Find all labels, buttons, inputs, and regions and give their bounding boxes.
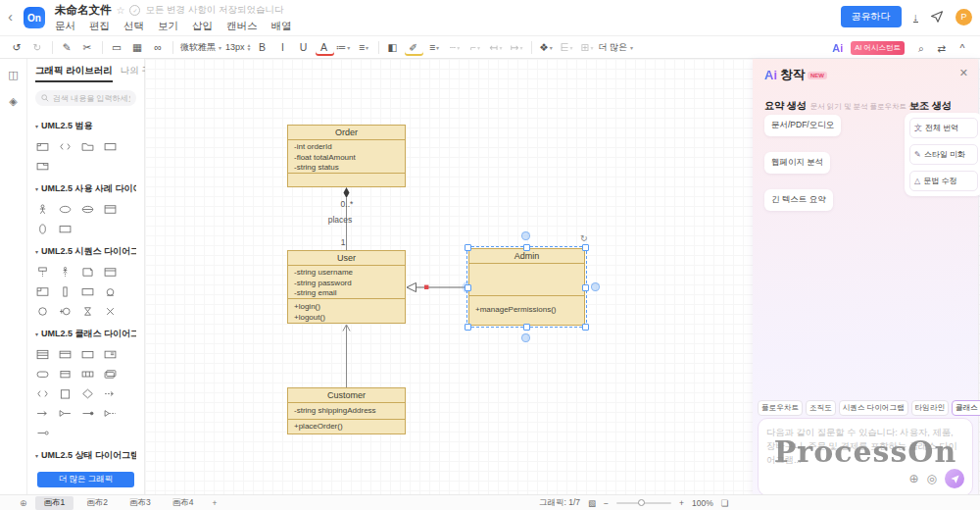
- plain-circle[interactable]: [35, 305, 50, 318]
- angle-brackets[interactable]: [35, 387, 50, 400]
- close-icon[interactable]: ✕: [959, 67, 968, 79]
- shape-search-input[interactable]: 검색 내용을 입력하세요: [35, 90, 136, 106]
- distribute-icon[interactable]: ⋿▾: [558, 39, 576, 56]
- fill-color-icon[interactable]: ◧: [384, 39, 403, 56]
- minimap-icon[interactable]: ▧: [588, 498, 596, 508]
- angle-brackets[interactable]: [58, 140, 73, 153]
- resize-handle[interactable]: [465, 284, 471, 291]
- canvas-sheet-tab[interactable]: 画布1: [35, 496, 74, 510]
- attach-plus-icon[interactable]: ⊕: [908, 473, 918, 484]
- class-order[interactable]: Order -int orderId-float totalAmount-str…: [287, 125, 406, 187]
- format-painter-icon[interactable]: ✎: [58, 39, 76, 56]
- diagram-type-chip[interactable]: 플로우차트: [758, 400, 803, 416]
- settings-panel-icon[interactable]: ◈: [9, 95, 17, 108]
- class-admin[interactable]: Admin +managePermissions(): [468, 248, 585, 326]
- ai-prompt-input[interactable]: 다음과 같이 질문할 수 있습니다: 사용자, 제품, 장바구니, 주문 및 결…: [758, 418, 973, 496]
- connector-style-icon[interactable]: ⌐▾: [466, 39, 485, 56]
- rectangle[interactable]: [80, 348, 95, 361]
- diagram-type-chip[interactable]: 조직도: [806, 400, 836, 416]
- object-stack[interactable]: [103, 368, 118, 381]
- solid-arrow[interactable]: [35, 407, 50, 420]
- class-user[interactable]: User -string username-string password-st…: [287, 250, 406, 324]
- connection-point[interactable]: [521, 231, 530, 240]
- menu-item[interactable]: 보기: [158, 20, 178, 33]
- tab-rectangle[interactable]: [35, 160, 50, 173]
- send-button[interactable]: [945, 469, 964, 488]
- zoom-slider[interactable]: [616, 502, 671, 504]
- tall-ellipse[interactable]: [35, 223, 50, 235]
- divided-ellipse[interactable]: [80, 203, 95, 216]
- folder-shape[interactable]: [80, 140, 95, 153]
- menu-item[interactable]: 편집: [89, 20, 110, 33]
- line-width-icon[interactable]: ≡▾: [425, 39, 444, 56]
- find-replace-icon[interactable]: ⌕: [912, 40, 931, 57]
- send-share-icon[interactable]: [930, 10, 944, 24]
- resize-handle[interactable]: [523, 244, 530, 251]
- object-lifeline[interactable]: [35, 266, 50, 279]
- uml-package[interactable]: [35, 140, 50, 153]
- font-family-select[interactable]: 微软雅黑▾: [180, 41, 221, 54]
- layout-icon[interactable]: ⊞▾: [578, 39, 597, 56]
- square-shape[interactable]: [58, 387, 73, 400]
- use-case-ellipse[interactable]: [58, 203, 73, 216]
- line-spacing-icon[interactable]: ≔▾: [334, 39, 353, 56]
- connection-point[interactable]: [521, 333, 530, 342]
- link-icon[interactable]: ∞: [149, 39, 168, 56]
- rounded-rectangle[interactable]: [35, 368, 50, 381]
- summary-action-button[interactable]: 문서/PDF/오디오: [764, 115, 841, 136]
- processon-logo[interactable]: On: [24, 7, 45, 28]
- small-class-shape[interactable]: [58, 368, 73, 381]
- open-arrow[interactable]: [58, 407, 73, 420]
- grammar-fix-button[interactable]: △문법 수정: [909, 171, 978, 191]
- cut-icon[interactable]: ✂: [78, 39, 97, 56]
- section-title[interactable]: ▾UML2.5 시퀀스 다이어그램: [35, 245, 136, 258]
- section-title[interactable]: ▾UML2.5 클래스 다이어그램: [35, 328, 136, 340]
- theme-icon[interactable]: ❖▾: [537, 39, 556, 56]
- note-shape[interactable]: [80, 266, 95, 279]
- fullscreen-icon[interactable]: ❏: [721, 498, 729, 508]
- dependency-arrow[interactable]: [103, 407, 118, 420]
- collapse-toolbar-icon[interactable]: ^: [954, 40, 972, 57]
- library-tab[interactable]: 그래픽 라이브러리: [35, 65, 113, 82]
- actor[interactable]: [35, 203, 50, 216]
- diamond-shape[interactable]: [80, 387, 95, 400]
- boundary-circle[interactable]: [58, 305, 73, 318]
- diagram-type-chip[interactable]: 시퀀스 다이어그램: [839, 400, 908, 416]
- favorite-star-icon[interactable]: ☆: [117, 5, 125, 16]
- menu-item[interactable]: 문서: [55, 20, 75, 33]
- download-icon[interactable]: ↓: [913, 12, 919, 23]
- zoom-out-button[interactable]: −: [604, 498, 609, 508]
- summary-action-button[interactable]: 긴 텍스트 요약: [764, 189, 833, 211]
- bold-icon[interactable]: B: [254, 39, 272, 56]
- swap-icon[interactable]: ⇄: [933, 40, 952, 57]
- system-boundary[interactable]: [103, 266, 118, 279]
- dashed-arrow[interactable]: [103, 387, 118, 400]
- add-sheet-button[interactable]: +: [212, 498, 217, 508]
- translate-button[interactable]: 文전체 번역: [909, 118, 978, 138]
- section-title[interactable]: ▾UML2.5 범용: [35, 120, 136, 132]
- highlight-icon[interactable]: ✐: [405, 39, 423, 56]
- back-icon[interactable]: ‹: [8, 8, 13, 25]
- library-panel-icon[interactable]: ◫: [8, 69, 18, 81]
- system-boundary[interactable]: [103, 203, 118, 216]
- section-title[interactable]: ▾UML2.5 사용 사례 다이어...: [35, 182, 136, 195]
- redo-icon[interactable]: ↻: [28, 39, 47, 56]
- destroy-cross[interactable]: [103, 305, 118, 318]
- style-beautify-button[interactable]: ✎스타일 미화: [909, 144, 978, 165]
- class-customer[interactable]: Customer -string shippingAddress +placeO…: [287, 387, 406, 434]
- arrow-end-icon[interactable]: ↦▾: [508, 39, 526, 56]
- line-style-icon[interactable]: ┄▾: [446, 39, 465, 56]
- image-icon[interactable]: ▦: [128, 39, 147, 56]
- shape-icon[interactable]: ▭: [108, 39, 126, 56]
- diagram-type-chip[interactable]: 클래스 다이어그램: [952, 400, 980, 416]
- composition-line[interactable]: [80, 407, 95, 420]
- zoom-in-button[interactable]: +: [679, 498, 684, 508]
- summary-action-button[interactable]: 웹페이지 분석: [764, 152, 830, 174]
- resize-handle[interactable]: [582, 324, 589, 331]
- title-rectangle[interactable]: [58, 348, 73, 361]
- resize-handle[interactable]: [465, 324, 471, 331]
- resize-handle[interactable]: [465, 244, 471, 251]
- share-button[interactable]: 공유하다: [841, 6, 902, 27]
- rectangle[interactable]: [80, 285, 95, 298]
- interface-rectangle[interactable]: [103, 348, 118, 361]
